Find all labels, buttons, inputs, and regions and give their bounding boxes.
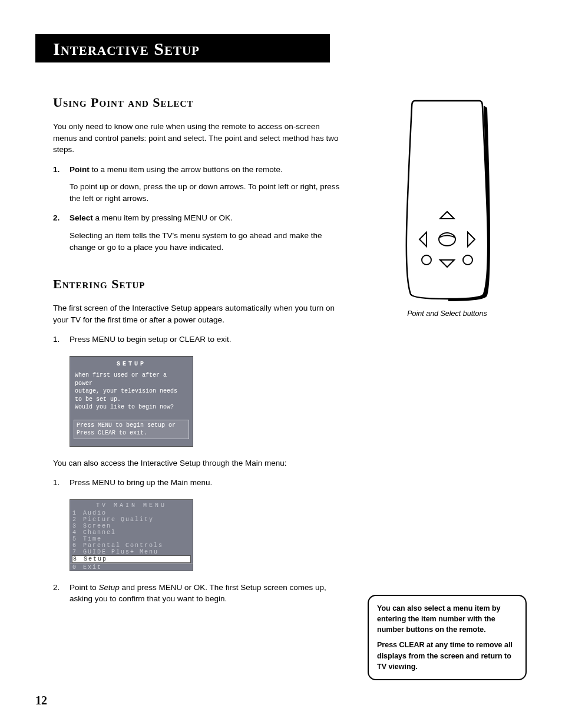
side-column: Point and Select buttons You can also se…	[368, 95, 527, 680]
menu-row: 3Screen	[70, 523, 193, 529]
step-number: 1.	[53, 477, 64, 489]
menu-row: 4Channel	[70, 529, 193, 536]
setup-screen-title: SETUP	[70, 357, 193, 370]
page-title: Interactive Setup	[35, 34, 330, 62]
menu-row: 8Setup	[72, 555, 191, 563]
setup-screen-body: When first used or after a power outage,…	[70, 369, 193, 420]
step-number: 2.	[53, 212, 64, 224]
remote-illustration: Point and Select buttons	[368, 95, 527, 318]
section2-step2: Point to Setup and press MENU or OK. The…	[70, 582, 344, 605]
step-number: 1.	[53, 334, 64, 345]
tip-text-2: Press CLEAR at any time to remove all di…	[377, 640, 517, 671]
after-screen-text: You can also access the Interactive Setu…	[53, 457, 344, 469]
menu-title: TV MAIN MENU	[70, 500, 193, 510]
setup-screen-hint: Press MENU to begin setup or Press CLEAR…	[74, 420, 189, 439]
section-heading-point-select: Using Point and Select	[53, 95, 344, 110]
section1-intro: You only need to know one rule when usin…	[53, 121, 344, 156]
tv-main-menu-mock: TV MAIN MENU 1Audio2Picture Quality3Scre…	[70, 499, 193, 571]
section-heading-entering-setup: Entering Setup	[53, 276, 344, 292]
section2-intro: The first screen of the Interactive Setu…	[53, 302, 344, 325]
step-number: 2.	[53, 582, 64, 605]
section2-step1b: Press MENU to bring up the Main menu.	[70, 477, 344, 489]
step1-text: Point to a menu item using the arrow but…	[70, 164, 344, 176]
tip-box: You can also select a menu item by enter…	[368, 595, 527, 680]
menu-row: 5Time	[70, 536, 193, 542]
step2-sub: Selecting an item tells the TV's menu sy…	[70, 230, 344, 253]
step1-sub: To point up or down, press the up or dow…	[70, 181, 344, 204]
step-number: 1.	[53, 164, 64, 176]
tip-text-1: You can also select a menu item by enter…	[377, 603, 517, 635]
setup-screen-mock: SETUP When first used or after a power o…	[70, 356, 193, 447]
section2-step1: Press MENU to begin setup or CLEAR to ex…	[70, 334, 344, 345]
remote-caption: Point and Select buttons	[368, 309, 527, 318]
menu-row: 1Audio	[70, 510, 193, 516]
main-column: Using Point and Select You only need to …	[35, 95, 350, 680]
menu-row: 7GUIDE Plus+ Menu	[70, 549, 193, 555]
menu-row: 6Parental Controls	[70, 542, 193, 549]
menu-row: 0Exit	[70, 564, 193, 571]
step2-text: Select a menu item by pressing MENU or O…	[70, 212, 344, 224]
page-number: 12	[35, 694, 47, 707]
menu-row: 2Picture Quality	[70, 516, 193, 523]
